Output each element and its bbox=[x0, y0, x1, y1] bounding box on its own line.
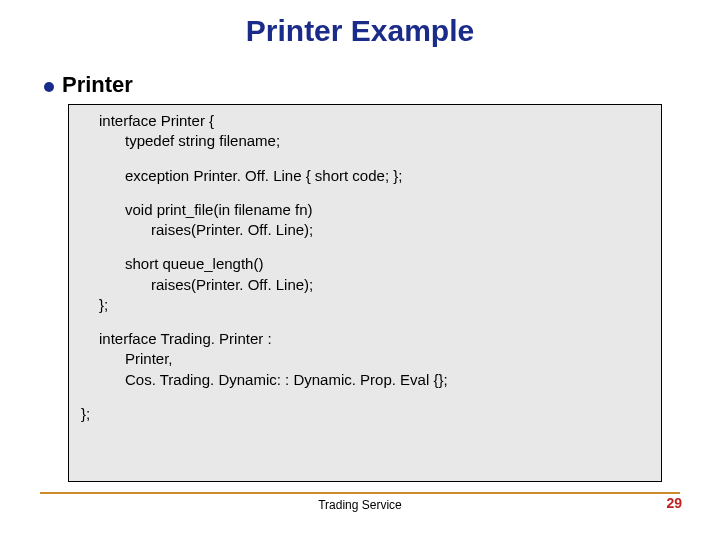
footer-text: Trading Service bbox=[0, 498, 720, 512]
page-number: 29 bbox=[666, 495, 682, 511]
code-line: }; bbox=[81, 404, 649, 424]
code-line: void print_file(in filename fn) bbox=[81, 200, 649, 220]
slide: Printer Example Printer interface Printe… bbox=[0, 0, 720, 540]
slide-subtitle: Printer bbox=[62, 72, 133, 98]
bullet-icon bbox=[44, 82, 54, 92]
code-block: interface Printer { typedef string filen… bbox=[68, 104, 662, 482]
slide-title: Printer Example bbox=[0, 14, 720, 48]
code-line: typedef string filename; bbox=[81, 131, 649, 151]
code-line: raises(Printer. Off. Line); bbox=[81, 275, 649, 295]
footer-divider bbox=[40, 492, 680, 494]
code-line: Cos. Trading. Dynamic: : Dynamic. Prop. … bbox=[81, 370, 649, 390]
code-line: interface Trading. Printer : bbox=[81, 329, 649, 349]
code-line: raises(Printer. Off. Line); bbox=[81, 220, 649, 240]
code-line: Printer, bbox=[81, 349, 649, 369]
code-line: exception Printer. Off. Line { short cod… bbox=[81, 166, 649, 186]
code-line: short queue_length() bbox=[81, 254, 649, 274]
code-line: interface Printer { bbox=[81, 111, 649, 131]
code-line: }; bbox=[81, 295, 649, 315]
